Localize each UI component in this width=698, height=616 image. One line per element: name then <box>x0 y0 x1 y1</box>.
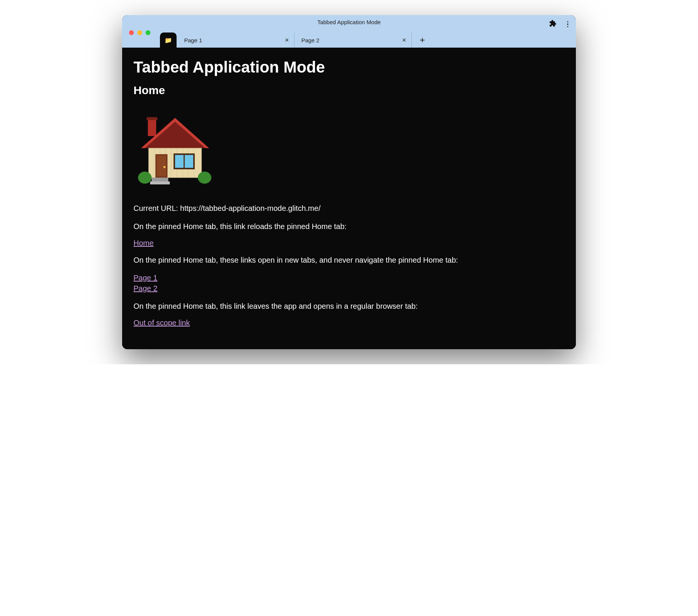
plus-icon: + <box>420 35 425 45</box>
page-subtitle: Home <box>133 84 565 97</box>
svg-rect-1 <box>147 117 157 120</box>
extensions-icon[interactable] <box>549 20 557 29</box>
close-icon[interactable]: × <box>285 37 289 43</box>
new-tab-button[interactable]: + <box>415 33 430 48</box>
page-title: Tabbed Application Mode <box>133 58 565 76</box>
paragraph-leave: On the pinned Home tab, this link leaves… <box>133 300 565 312</box>
tab-label: Page 2 <box>301 37 320 43</box>
tabstrip: 📁 Page 1 × Page 2 × + <box>160 32 576 48</box>
new-tab-links: Page 1 Page 2 <box>133 272 565 294</box>
tab-label: Page 1 <box>184 37 202 43</box>
app-window: Tabbed Application Mode 📁 Page 1 × Pa <box>122 15 576 349</box>
house-figure <box>133 107 565 191</box>
svg-point-22 <box>138 172 152 184</box>
folder-icon: 📁 <box>164 37 172 44</box>
svg-rect-15 <box>157 156 166 176</box>
paragraph-newtabs: On the pinned Home tab, these links open… <box>133 254 565 266</box>
titlebar: Tabbed Application Mode 📁 Page 1 × Pa <box>122 15 576 48</box>
minimize-window-button[interactable] <box>137 30 142 35</box>
link-home[interactable]: Home <box>133 239 154 248</box>
svg-point-23 <box>198 172 211 184</box>
svg-rect-0 <box>148 119 156 136</box>
maximize-window-button[interactable] <box>146 30 150 35</box>
tab-page-1[interactable]: Page 1 × <box>177 33 295 48</box>
window-controls <box>129 30 150 35</box>
window-title: Tabbed Application Mode <box>122 15 576 25</box>
tab-page-2[interactable]: Page 2 × <box>295 33 412 48</box>
pinned-home-tab[interactable]: 📁 <box>160 33 177 48</box>
house-icon <box>133 107 217 190</box>
close-icon[interactable]: × <box>402 37 406 43</box>
link-page-1[interactable]: Page 1 <box>133 272 565 283</box>
link-page-2[interactable]: Page 2 <box>133 283 565 294</box>
menu-icon[interactable] <box>565 20 571 28</box>
link-out-of-scope[interactable]: Out of scope link <box>133 319 190 327</box>
svg-rect-21 <box>150 181 170 184</box>
titlebar-actions <box>549 20 571 29</box>
close-window-button[interactable] <box>129 30 134 35</box>
svg-point-16 <box>163 166 166 168</box>
current-url-line: Current URL: https://tabbed-application-… <box>133 203 565 214</box>
paragraph-reload: On the pinned Home tab, this link reload… <box>133 221 565 232</box>
page-content: Tabbed Application Mode Home <box>122 48 576 349</box>
